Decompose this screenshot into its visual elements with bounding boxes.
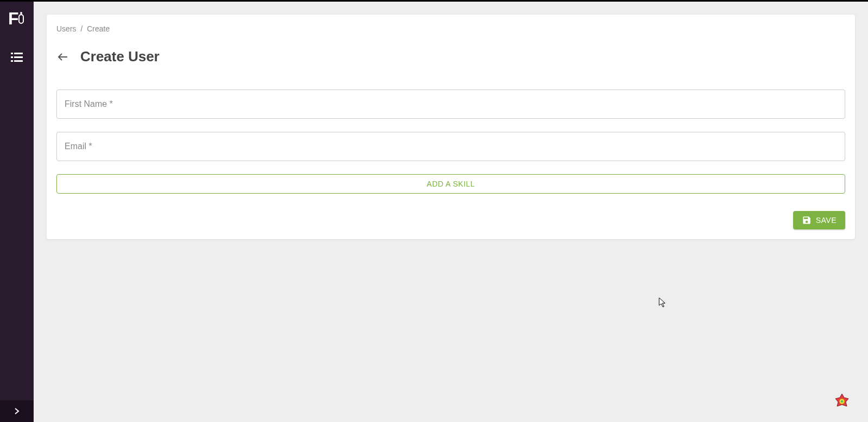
breadcrumb-current: Create [87,24,110,33]
svg-point-2 [20,12,22,14]
back-button[interactable] [56,50,69,63]
add-skill-button[interactable]: ADD A SKILL [56,174,845,194]
breadcrumb-separator: / [80,24,82,33]
save-icon [802,215,812,225]
svg-point-10 [841,400,843,402]
sidebar: F [0,2,34,422]
save-button[interactable]: SAVE [793,211,845,229]
hamburger-menu-icon[interactable] [11,53,23,62]
email-input[interactable] [65,142,837,151]
add-skill-label: ADD A SKILL [427,180,475,188]
arrow-left-icon [56,50,69,63]
react-query-devtools-button[interactable] [831,391,853,412]
svg-rect-3 [11,53,13,54]
actions-row: SAVE [56,211,845,229]
breadcrumb-root-link[interactable]: Users [56,24,76,33]
svg-rect-6 [14,56,23,58]
main-content: Users / Create Create User ADD A SKILL [34,2,868,422]
sidebar-expand-button[interactable] [0,400,34,422]
page-title: Create User [80,48,159,65]
first-name-field-wrapper [56,89,845,119]
svg-rect-8 [14,60,23,62]
react-query-icon [832,392,852,411]
svg-rect-7 [11,60,13,62]
svg-rect-4 [14,53,23,54]
breadcrumb: Users / Create [56,24,845,33]
save-label: SAVE [816,216,837,225]
svg-rect-1 [19,15,23,23]
email-field-wrapper [56,132,845,161]
first-name-input[interactable] [65,99,837,109]
create-user-card: Users / Create Create User ADD A SKILL [47,15,855,239]
svg-text:F: F [8,9,19,28]
app-logo: F [8,8,25,30]
title-row: Create User [56,48,845,65]
svg-rect-5 [11,56,13,58]
